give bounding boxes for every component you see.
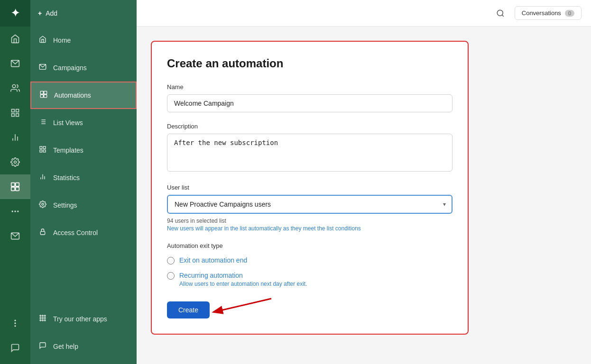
svg-point-19	[15, 323, 16, 324]
nav-item-home[interactable]: Home	[30, 27, 137, 54]
nav-item-templates[interactable]: Templates	[30, 136, 137, 164]
svg-point-43	[44, 315, 46, 317]
topbar: Conversations 0	[137, 0, 591, 27]
nav-header-add[interactable]: + Add	[30, 0, 137, 27]
form-title: Create an automation	[167, 57, 452, 70]
description-label: Description	[167, 123, 452, 130]
settings-nav-icon	[38, 200, 47, 210]
svg-point-47	[40, 319, 41, 321]
recurring-radio[interactable]	[167, 272, 175, 280]
svg-point-41	[40, 315, 41, 317]
svg-rect-22	[40, 91, 43, 94]
campaigns-nav-label: Campaigns	[53, 64, 87, 72]
nav-sidebar: + Add Home Campaigns Automations List Vi…	[30, 0, 137, 364]
user-list-group: User list New Proactive Campaigns users …	[167, 184, 452, 232]
user-count-info: 94 users in selected list New users will…	[167, 218, 452, 232]
get-help-nav-label: Get help	[53, 343, 78, 350]
exit-on-end-radio[interactable]	[167, 257, 175, 264]
settings-nav-label: Settings	[53, 201, 77, 209]
svg-point-39	[42, 203, 44, 205]
svg-rect-13	[16, 187, 19, 191]
svg-rect-3	[16, 109, 19, 112]
recurring-option[interactable]: Recurring automation Allow users to ente…	[167, 271, 452, 287]
sidebar-icon-more[interactable]	[0, 311, 30, 336]
nav-item-access-control[interactable]: Access Control	[30, 219, 137, 246]
sidebar-icon-other-apps[interactable]	[0, 199, 30, 224]
recurring-sublabel: Allow users to enter automation next day…	[179, 281, 307, 287]
sidebar-icon-campaigns[interactable]	[0, 51, 30, 76]
svg-rect-2	[12, 109, 15, 112]
arrow-annotation	[200, 294, 276, 318]
svg-rect-25	[44, 95, 47, 98]
sidebar-icon-support[interactable]	[0, 336, 30, 360]
svg-rect-34	[43, 150, 46, 152]
add-label: Add	[46, 9, 57, 17]
svg-point-42	[42, 315, 44, 317]
conversations-badge: 0	[565, 10, 574, 17]
sidebar-icon-list-views[interactable]	[0, 100, 30, 125]
nav-item-statistics[interactable]: Statistics	[30, 164, 137, 191]
nav-item-settings[interactable]: Settings	[30, 191, 137, 219]
nav-item-try-other-apps[interactable]: Try our other apps	[30, 305, 137, 333]
svg-rect-11	[16, 183, 19, 187]
recurring-label: Recurring automation	[179, 272, 243, 279]
exit-on-end-option[interactable]: Exit on automation end	[167, 256, 452, 264]
sidebar-icon-automations[interactable]	[0, 174, 30, 199]
exit-type-group: Automation exit type Exit on automation …	[167, 242, 452, 287]
access-control-nav-icon	[38, 228, 47, 237]
app-logo: ✦	[11, 7, 19, 19]
other-apps-nav-icon	[38, 314, 47, 324]
svg-point-45	[42, 318, 44, 319]
svg-point-16	[18, 211, 18, 212]
svg-point-15	[15, 211, 16, 212]
sidebar-icon-statistics[interactable]	[0, 125, 30, 150]
svg-point-14	[12, 211, 13, 212]
templates-nav-label: Templates	[53, 146, 83, 154]
user-list-info: New users will appear in the list automa…	[167, 225, 452, 232]
svg-point-50	[497, 10, 503, 16]
get-help-nav-icon	[38, 342, 47, 351]
other-apps-nav-label: Try our other apps	[53, 315, 107, 323]
home-nav-label: Home	[53, 36, 71, 44]
user-list-select[interactable]: New Proactive Campaigns users All users …	[167, 195, 452, 214]
search-button[interactable]	[492, 5, 509, 22]
svg-rect-40	[40, 231, 45, 235]
sidebar-icon-email[interactable]	[0, 224, 30, 248]
nav-item-list-views[interactable]: List Views	[30, 109, 137, 136]
logo-area[interactable]: ✦	[0, 0, 30, 27]
svg-rect-35	[40, 150, 42, 152]
statistics-nav-label: Statistics	[53, 174, 80, 182]
nav-item-automations[interactable]: Automations	[30, 82, 137, 109]
automations-nav-icon	[39, 91, 48, 100]
svg-rect-5	[12, 114, 15, 117]
name-input[interactable]	[167, 94, 452, 112]
conversations-button[interactable]: Conversations 0	[515, 6, 582, 20]
svg-rect-33	[43, 146, 46, 149]
description-textarea[interactable]: After the new subscription	[167, 134, 452, 172]
svg-point-48	[42, 319, 44, 321]
templates-nav-icon	[38, 146, 47, 155]
main-content: Create an automation Name Description Af…	[137, 27, 591, 364]
conversations-label: Conversations	[522, 9, 561, 17]
list-views-nav-icon	[38, 118, 47, 127]
create-button[interactable]: Create	[167, 301, 210, 318]
svg-rect-23	[44, 91, 47, 94]
user-list-select-wrapper: New Proactive Campaigns users All users …	[167, 195, 452, 214]
sidebar-icon-home[interactable]	[0, 27, 30, 51]
automations-nav-label: Automations	[54, 91, 91, 99]
nav-item-campaigns[interactable]: Campaigns	[30, 54, 137, 82]
svg-point-46	[44, 318, 46, 319]
sidebar-icon-settings[interactable]	[0, 150, 30, 174]
sidebar-icon-contacts[interactable]	[0, 76, 30, 100]
svg-point-9	[14, 161, 17, 164]
svg-point-49	[44, 319, 46, 321]
svg-rect-12	[11, 187, 15, 191]
exit-type-label: Automation exit type	[167, 242, 452, 249]
svg-point-1	[12, 85, 16, 88]
icon-sidebar: ✦	[0, 0, 30, 364]
svg-rect-24	[40, 95, 43, 98]
plus-icon: +	[38, 9, 42, 17]
nav-item-get-help[interactable]: Get help	[30, 333, 137, 360]
list-views-nav-label: List Views	[53, 119, 83, 127]
exit-on-end-label: Exit on automation end	[179, 256, 247, 264]
